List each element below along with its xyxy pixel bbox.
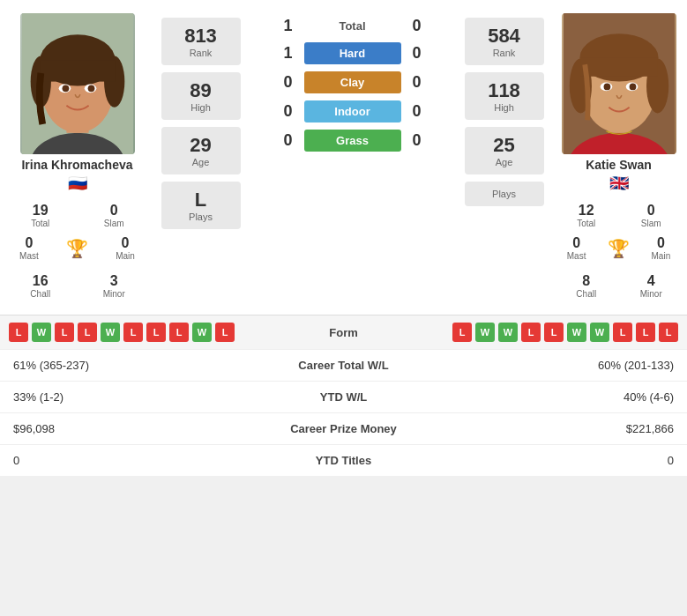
svg-point-11 [87,85,94,92]
center-match-stats: 1 Total 0 1 Hard 0 0 Clay 0 [247,13,458,234]
player-right-stats: 12 Total 0 Slam [555,200,683,231]
total-row: 1 Total 0 [251,17,453,35]
form-pill-right: L [544,323,564,342]
main-container: Irina Khromacheva 🇷🇺 19 Total 0 Slam 0 M… [0,0,687,476]
player-left-mast: 0 Mast [17,233,41,263]
player-right-name: Katie Swan [586,158,652,172]
age-box-right: 25 Age [465,127,544,174]
stats-row-right-value: 0 [432,454,675,467]
stats-row: 0 YTD Titles 0 [0,444,687,476]
player-left-slam: 0 Slam [78,200,151,231]
form-pill-right: W [475,323,495,342]
form-pill-left: W [101,323,120,342]
stats-row-right-value: 40% (4-6) [432,390,675,404]
player-left-photo [20,13,135,154]
player-right-chall: 8 Chall [555,271,618,301]
grass-row: 0 Grass 0 [251,130,453,152]
form-pills-left: LWLLWLLLWL [9,323,300,342]
svg-point-10 [62,85,69,92]
player-right-minor: 4 Minor [620,271,683,301]
form-pill-right: L [452,323,472,342]
form-pill-right: W [567,323,586,342]
stats-row-label: YTD Titles [256,454,432,467]
middle-panel: 813 Rank 89 High 29 Age L Plays [154,9,550,306]
form-pill-right: W [498,323,518,342]
form-pill-left: L [55,323,74,342]
player-right-main: 0 Main [649,233,674,263]
stats-row-label: Career Total W/L [256,359,432,372]
player-left-flag: 🇷🇺 [68,174,87,193]
right-stat-boxes: 584 Rank 118 High 25 Age Plays [458,13,550,234]
left-stat-boxes: 813 Rank 89 High 29 Age L Plays [154,13,247,234]
plays-box-right: Plays [465,182,544,206]
form-pill-right: L [521,323,541,342]
stats-row-label: Career Prize Money [256,422,432,435]
svg-point-22 [603,84,610,91]
player-right-photo [562,13,676,154]
player-right-flag: 🇬🇧 [609,174,629,193]
trophy-icon-left: 🏆 [66,238,88,259]
player-right-slam: 0 Slam [620,200,683,231]
svg-rect-7 [40,60,115,81]
stats-row-left-value: 0 [13,454,256,467]
player-left-card: Irina Khromacheva 🇷🇺 19 Total 0 Slam 0 M… [0,9,154,306]
form-section: LWLLWLLLWL Form LWWLLWWLLL [0,315,687,349]
player-left-trophy-row: 0 Mast 🏆 0 Main [4,233,150,263]
player-right-total: 12 Total [555,200,618,231]
form-pill-right: L [636,323,655,342]
stats-row-left-value: 61% (365-237) [13,359,256,372]
player-left-bottom-stats: 16 Chall 3 Minor [4,271,150,301]
form-label: Form [300,326,388,339]
player-right-mast: 0 Mast [564,233,589,263]
player-left-chall: 16 Chall [4,271,77,301]
plays-box-left: L Plays [161,182,241,229]
age-box-left: 29 Age [161,127,241,174]
form-pill-right: W [590,323,609,342]
hard-row: 1 Hard 0 [251,42,453,64]
player-left-minor: 3 Minor [78,271,151,301]
indoor-row: 0 Indoor 0 [251,100,453,122]
form-pill-left: W [192,323,212,342]
form-pills-right: LWWLLWWLLL [388,323,679,342]
high-box-left: 89 High [161,72,241,120]
form-pill-left: W [32,323,51,342]
form-pill-left: L [146,323,166,342]
stats-row-right-value: 60% (201-133) [432,359,675,372]
player-left-name: Irina Khromacheva [21,158,132,172]
indoor-button[interactable]: Indoor [304,100,401,122]
form-pill-left: L [215,323,235,342]
stats-row-right-value: $221,866 [432,422,675,435]
rank-box-right: 584 Rank [465,18,544,65]
rank-box-left: 813 Rank [161,18,241,65]
form-pill-left: L [78,323,97,342]
player-right-bottom-stats: 8 Chall 4 Minor [555,271,683,301]
clay-row: 0 Clay 0 [251,71,453,93]
hard-button[interactable]: Hard [304,42,401,64]
form-pill-right: L [613,323,632,342]
form-pill-left: L [169,323,189,342]
stats-row: 61% (365-237) Career Total W/L 60% (201-… [0,349,687,381]
player-left-main: 0 Main [113,233,138,263]
svg-rect-19 [580,57,657,76]
trophy-icon-right: 🏆 [608,238,630,259]
stats-row: 33% (1-2) YTD W/L 40% (4-6) [0,381,687,412]
form-pill-left: L [9,323,28,342]
form-pill-right: L [659,323,678,342]
grass-button[interactable]: Grass [304,130,401,152]
stats-row-left-value: 33% (1-2) [13,390,256,404]
player-right-trophy-row: 0 Mast 🏆 0 Main [555,233,683,263]
form-pill-left: L [123,323,143,342]
player-left-total: 19 Total [4,200,77,231]
stats-row-left-value: $96,098 [13,422,256,435]
stats-row-label: YTD W/L [256,390,432,404]
clay-button[interactable]: Clay [304,71,401,93]
high-box-right: 118 High [465,72,544,120]
stats-row: $96,098 Career Prize Money $221,866 [0,412,687,444]
career-stats-section: 61% (365-237) Career Total W/L 60% (201-… [0,349,687,476]
middle-stats-row: 813 Rank 89 High 29 Age L Plays [154,13,550,234]
player-right-card: Katie Swan 🇬🇧 12 Total 0 Slam 0 Mast 🏆 [550,9,687,306]
player-left-stats: 19 Total 0 Slam [4,200,150,231]
players-section: Irina Khromacheva 🇷🇺 19 Total 0 Slam 0 M… [0,0,687,315]
svg-point-23 [629,84,636,91]
